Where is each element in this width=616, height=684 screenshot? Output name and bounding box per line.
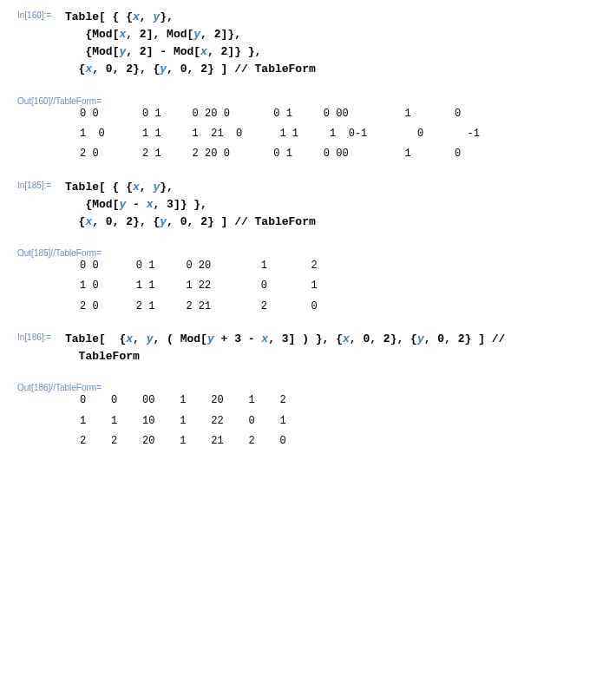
table-group: 0 0 0 1 0 20 1 2 [80, 260, 599, 274]
table-group: 1 0 1 1 1 21 0 1 1 1 0-1 0 -1 [80, 128, 599, 142]
table-row: 1 1 1 [80, 415, 148, 428]
code-token: y [160, 215, 167, 228]
input-content[interactable]: Table[ {x, y, ( Mod[y + 3 - x, 3] ) }, {… [65, 331, 505, 365]
table-row: 0 1 0 [342, 108, 461, 121]
code-token: [ [193, 45, 200, 58]
code-token: Mod [92, 28, 112, 41]
code-token: 2 [200, 62, 207, 76]
input-line: Table[ { {x, y}, [65, 181, 174, 194]
table-row: 2 0 1 [205, 280, 318, 293]
table-row: 0 0 0 1 0 2 [80, 260, 205, 273]
code-token: 0 [180, 215, 187, 228]
code-token: , [140, 181, 154, 194]
indent [65, 28, 85, 41]
table-row: 1 2 0 [205, 300, 318, 313]
table-row: 0 1 2 [205, 260, 318, 273]
code-token: , [350, 332, 364, 345]
table-row: 1 0 1 1 1 2 [80, 128, 217, 141]
code-token: }, { [390, 332, 417, 345]
code-token: , [187, 215, 201, 228]
code-token: ]} }, [227, 45, 261, 58]
code-token: 0 [437, 332, 444, 345]
code-token: , [153, 198, 167, 211]
input-cell[interactable]: In[186]:=Table[ {x, y, ( Mod[y + 3 - x, … [17, 331, 599, 365]
output-cell: 0 0 0 1 0 20 1 21 0 1 1 1 22 0 12 0 2 1 … [80, 260, 599, 315]
out-label-row: Out[185]//TableForm= [17, 247, 599, 260]
table-row: 2 0 1 [217, 415, 285, 428]
table-group: 2 0 2 1 2 21 2 0 [80, 300, 599, 315]
input-cell[interactable]: In[185]:=Table[ { {x, y}, {Mod[y - x, 3]… [17, 179, 599, 231]
table-row: 1 0 1 1 1 2 [80, 280, 205, 293]
code-token: 2 [126, 62, 133, 76]
code-token: , [113, 62, 127, 76]
code-token: Table [65, 181, 99, 194]
code-token: 2 [458, 332, 465, 345]
code-token: y [417, 332, 424, 345]
code-token: } ] // [207, 62, 255, 76]
code-token: [ { { [99, 181, 133, 194]
output-cell: 0 0 0 1 0 20 0 0 1 0 00 1 01 0 1 1 1 21 … [80, 108, 599, 163]
out-label: Out[185]//TableForm= [17, 247, 102, 258]
table-row: 1 0 1 1 1 0 [217, 128, 354, 141]
indent [65, 198, 85, 211]
code-token: }, [160, 10, 174, 23]
table-row: 0 1 2 [148, 415, 217, 428]
code-token: } ] // [207, 215, 255, 228]
code-token: 2 [383, 332, 390, 345]
out-label: Out[160]//TableForm= [17, 95, 102, 106]
code-token: - [126, 198, 146, 211]
code-token: y [207, 332, 214, 345]
code-token: 2 [200, 215, 207, 228]
input-line: {Mod[y, 2] - Mod[x, 2]} }, [65, 45, 261, 58]
code-token: , [126, 45, 140, 58]
code-token: TableForm [79, 350, 140, 363]
table-row: -1 0 -1 [355, 128, 480, 141]
code-token: 2 [126, 215, 133, 228]
table-row: 0 0 0 [80, 394, 148, 407]
code-token: , [92, 215, 106, 228]
code-token: ] ) }, { [289, 332, 343, 345]
code-token: , [207, 45, 221, 58]
code-token: + [214, 332, 234, 345]
code-token: }, { [133, 215, 160, 228]
input-line: TableForm [65, 350, 140, 363]
code-token: x [261, 332, 268, 345]
input-content[interactable]: Table[ { {x, y}, {Mod[x, 2], Mod[y, 2]},… [65, 9, 316, 79]
code-token: , [140, 10, 154, 23]
in-label: In[186]:= [17, 331, 65, 342]
table-group: 1 0 1 1 1 22 0 1 [80, 280, 599, 294]
code-token: 2 [214, 28, 221, 41]
input-cell[interactable]: In[160]:=Table[ { {x, y}, {Mod[x, 2], Mo… [17, 9, 599, 79]
code-token: TableForm [255, 62, 316, 76]
code-token: , [126, 28, 140, 41]
input-content[interactable]: Table[ { {x, y}, {Mod[y - x, 3]} }, {x, … [65, 179, 316, 231]
table-group: 2 0 2 1 2 20 0 0 1 0 00 1 0 [80, 148, 599, 162]
in-label: In[160]:= [17, 9, 65, 20]
input-line: {Mod[y - x, 3]} }, [65, 198, 207, 211]
table-row: 0 1 0 [342, 148, 461, 161]
code-token: y [193, 28, 200, 41]
code-token: Table [65, 10, 99, 23]
code-token: 0 [106, 215, 113, 228]
code-token: ] - [147, 45, 174, 58]
notebook-area: In[160]:=Table[ { {x, y}, {Mod[x, 2], Mo… [17, 9, 599, 451]
table-group: 0 0 0 1 0 20 0 0 1 0 00 1 0 [80, 108, 599, 122]
code-token: , [92, 62, 106, 76]
code-token: 2 [140, 45, 147, 58]
code-token: }, { [133, 62, 160, 76]
code-token: Mod [180, 332, 200, 345]
output-cell: 0 0 00 1 20 1 21 1 10 1 22 0 12 2 20 1 2… [80, 394, 599, 450]
code-token: , [444, 332, 458, 345]
code-token: , ( [153, 332, 180, 345]
input-line: {x, 0, 2}, {y, 0, 2} ] // TableForm [65, 62, 316, 76]
code-token: x [200, 45, 207, 58]
code-token: 2 [140, 28, 147, 41]
code-token: ], [147, 28, 167, 41]
out-label-row: Out[186]//TableForm= [17, 381, 599, 394]
code-token: , [200, 28, 214, 41]
table-row: 0 0 0 1 0 0 [211, 148, 342, 161]
table-row: 2 0 2 1 2 2 [80, 300, 205, 313]
table-group: 1 1 10 1 22 0 1 [80, 415, 599, 430]
table-row: 0 0 0 1 0 0 [211, 108, 342, 121]
code-token: [ { { [99, 10, 133, 23]
